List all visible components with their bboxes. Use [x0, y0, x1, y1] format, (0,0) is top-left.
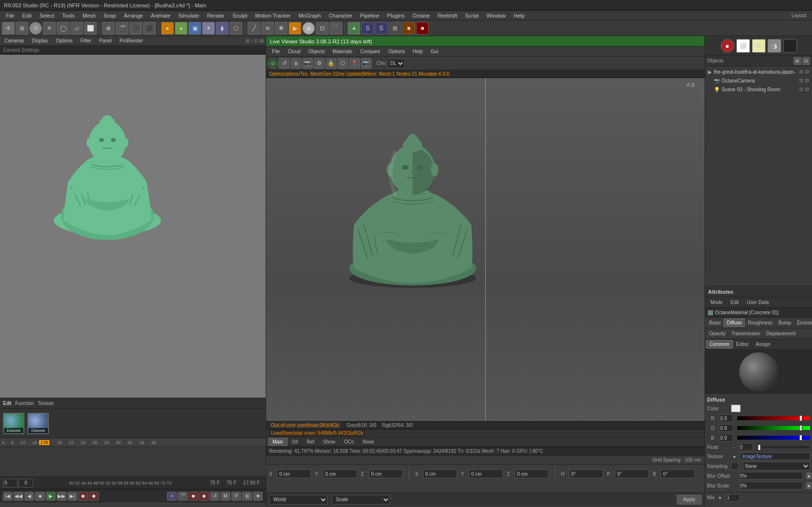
left-3d-viewport[interactable]: [0, 55, 266, 398]
tool-curve[interactable]: ⌒: [330, 22, 342, 35]
tool-scale[interactable]: ⊞: [16, 22, 28, 35]
blur-scale-btn[interactable]: ▲: [806, 482, 812, 489]
menu-snap[interactable]: Snap: [100, 12, 120, 20]
btn-modata1[interactable]: M: [221, 492, 230, 501]
frame-input[interactable]: [3, 479, 18, 487]
oct-materials[interactable]: Materials: [329, 48, 356, 55]
sub-tab-assign[interactable]: Assign: [752, 340, 774, 348]
pos-y-input[interactable]: [323, 469, 357, 478]
r-input[interactable]: [719, 414, 733, 422]
btn-goto-start[interactable]: |◀: [3, 492, 13, 501]
tool-material[interactable]: ◉: [302, 22, 315, 35]
b-input[interactable]: [661, 469, 695, 478]
tool-octane2[interactable]: S: [375, 22, 388, 35]
oct-settings[interactable]: ⚙: [314, 58, 325, 69]
tool-deform[interactable]: ≋: [261, 22, 274, 35]
nav-display[interactable]: Display: [30, 38, 51, 44]
scene-collapse-btn[interactable]: ⊟: [802, 57, 810, 65]
p-input[interactable]: [615, 469, 649, 478]
btn-record2[interactable]: ⏺: [89, 492, 99, 501]
material-thumb-1[interactable]: Concret: [3, 413, 24, 434]
tool-r1[interactable]: ✕: [43, 22, 56, 35]
texture-value-box[interactable]: ImageTexture: [740, 452, 810, 460]
oct-file[interactable]: File: [268, 48, 284, 55]
color-swatch[interactable]: [731, 405, 741, 412]
btn-prev-frame[interactable]: ◀◀: [14, 492, 23, 501]
tool-s1[interactable]: ⊕: [102, 22, 115, 35]
tool-s2[interactable]: 🎬: [116, 22, 128, 35]
tool-prim2[interactable]: ●: [175, 22, 187, 35]
menu-simulate[interactable]: Simulate: [174, 12, 203, 20]
nav-options[interactable]: Options: [53, 38, 75, 44]
nav-filter[interactable]: Filter: [78, 38, 94, 44]
tool-prim6[interactable]: ⬡: [229, 22, 242, 35]
r-slider[interactable]: [737, 416, 810, 420]
tab-function[interactable]: Function: [15, 401, 34, 406]
menu-mograph[interactable]: MoGraph: [294, 12, 325, 20]
menu-window[interactable]: Window: [483, 12, 510, 20]
b-slider[interactable]: [737, 436, 810, 440]
scale-dropdown[interactable]: Scale: [332, 495, 390, 505]
btn-play-back[interactable]: ◀: [24, 492, 34, 501]
oct-tab-oco[interactable]: OCo: [340, 438, 359, 446]
float-input[interactable]: [738, 443, 753, 451]
icon-white[interactable]: ⬜: [736, 39, 750, 53]
btn-add-key[interactable]: +: [167, 492, 177, 501]
btn-next-frame[interactable]: ▶▶: [57, 492, 66, 501]
btn-goto-end[interactable]: ▶|: [67, 492, 77, 501]
icon-halfsun[interactable]: ◑: [768, 39, 781, 53]
apply-button[interactable]: Apply: [677, 495, 702, 505]
tab-edit[interactable]: Edit: [3, 401, 11, 406]
oct-compare[interactable]: Compare: [356, 48, 384, 55]
mat-tab-transmission[interactable]: Displacement: [763, 329, 799, 338]
oct-tab-dif[interactable]: Dif: [288, 438, 302, 446]
btn-modata4[interactable]: ❖: [253, 492, 263, 501]
menu-script[interactable]: Script: [461, 12, 482, 20]
menu-edit[interactable]: Edit: [19, 12, 36, 20]
tool-prim5[interactable]: ⧫: [216, 22, 229, 35]
tool-mat2[interactable]: ⊡: [316, 22, 329, 35]
oct-cloud[interactable]: Cloud: [284, 48, 304, 55]
icon-black[interactable]: [783, 39, 797, 53]
icon-record[interactable]: ●: [721, 39, 734, 53]
icon-sun[interactable]: ☀: [752, 39, 766, 53]
menu-sculpt[interactable]: Sculpt: [229, 12, 251, 20]
menu-animate[interactable]: Animate: [147, 12, 174, 20]
h-input[interactable]: [569, 469, 603, 478]
scene-item-scene[interactable]: 💡 Scene 03 - Shooting Room ⊡ ⊡: [706, 85, 811, 94]
sub-tab-editor[interactable]: Editor: [733, 340, 752, 348]
tool-octane1[interactable]: S: [361, 22, 374, 35]
menu-select[interactable]: Select: [36, 12, 59, 20]
menu-help[interactable]: Help: [510, 12, 529, 20]
b-handle[interactable]: [799, 435, 802, 441]
mat-tab-displacement[interactable]: Opacity: [706, 329, 729, 338]
mat-tab-emission[interactable]: Emission: [794, 319, 812, 327]
scene-cam-checkbox-2[interactable]: ⊡: [805, 78, 809, 83]
menu-octane[interactable]: Octane: [409, 12, 434, 20]
nav-cameras[interactable]: Cameras: [2, 38, 27, 44]
oct-tab-ref[interactable]: Ref: [302, 438, 319, 446]
scene-scene-checkbox-2[interactable]: ⊡: [805, 87, 809, 92]
float-slider[interactable]: [757, 445, 810, 449]
rot-z-input[interactable]: [515, 469, 549, 478]
oct-refresh[interactable]: ↺: [279, 58, 290, 69]
btn-record[interactable]: ⏺: [78, 492, 88, 501]
btn-modata2[interactable]: P: [231, 492, 241, 501]
mat-tab-basic[interactable]: Basic: [706, 319, 724, 327]
blur-scale-input[interactable]: [738, 482, 803, 489]
mat-tab-opacity[interactable]: Transmission: [729, 329, 763, 338]
g-handle[interactable]: [799, 425, 802, 431]
scene-item-camera[interactable]: 📷 OctaneCamera ⊡ ⊡: [706, 76, 811, 85]
blur-offset-input[interactable]: [738, 472, 803, 480]
oct-pin[interactable]: 📍: [349, 58, 360, 69]
g-slider[interactable]: [737, 426, 810, 430]
rot-x-input[interactable]: [423, 469, 457, 478]
oct-lock[interactable]: 🔒: [326, 58, 336, 69]
tool-add[interactable]: +: [348, 22, 360, 35]
menu-pipeline[interactable]: Pipeline: [356, 12, 383, 20]
oct-pause[interactable]: ⏸: [291, 58, 301, 69]
oct-help[interactable]: Help: [409, 48, 427, 55]
tool-octane4[interactable]: ■: [402, 22, 415, 35]
menu-plugins[interactable]: Plugins: [383, 12, 409, 20]
nav-panel[interactable]: Panel: [97, 38, 114, 44]
